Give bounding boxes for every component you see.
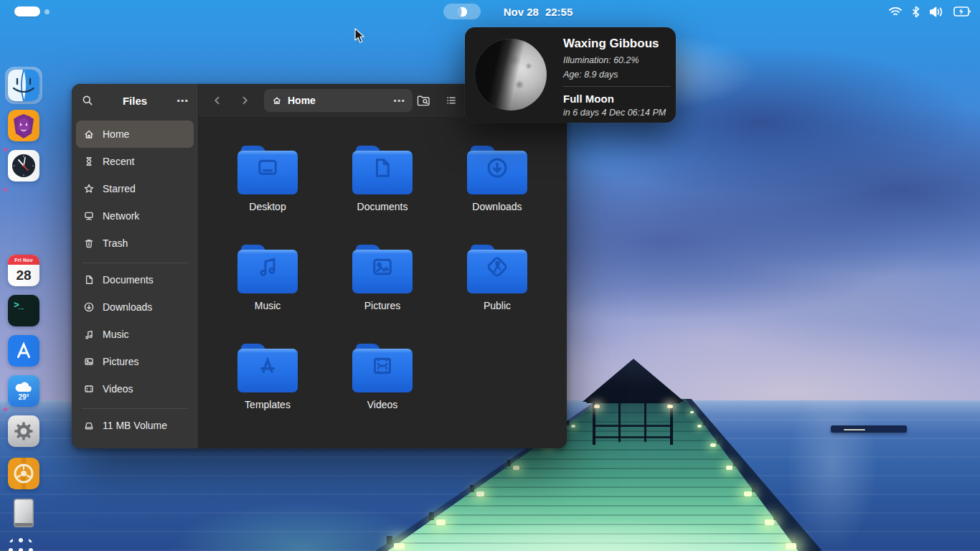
volume-label: 11 MB Volume [103,420,167,431]
folder-item-documents[interactable]: Documents [329,146,436,212]
network-icon [83,210,95,222]
desktop: Nov 28 22:55 [0,0,980,551]
calendar-day-number: 28 [8,265,39,286]
sidebar-item-videos[interactable]: Videos [76,375,194,402]
film-emblem [369,353,395,379]
pier-bollard [752,485,756,492]
dock-item-brave[interactable] [8,110,39,141]
folder-item-public[interactable]: Public [443,245,551,311]
chevron-left-icon [212,95,223,106]
mouse-cursor [354,28,365,47]
sidebar-item-home[interactable]: Home [76,121,194,148]
dock-item-app-store[interactable] [8,335,39,367]
sidebar-item-network[interactable]: Network [76,202,194,230]
app-grid-button[interactable] [9,538,33,551]
pier-bollard [567,420,570,425]
pier-light [476,491,484,496]
pier-light [786,543,796,550]
clock[interactable]: Nov 28 22:55 [473,0,603,23]
pier-light [726,466,732,470]
gear-icon [13,420,34,442]
pathbar-menu-button[interactable]: ⋯ [393,94,405,108]
files-sidebar: Files ⋯ Home Recent [72,84,199,448]
sidebar-item-label: Recent [103,156,134,167]
sidebar-divider [82,408,188,409]
files-content: Home ⋯ [199,84,567,448]
folder-label: Videos [329,399,436,410]
workspace-indicator-active[interactable] [14,6,40,17]
picture-icon [83,356,95,367]
pier-light [571,425,575,428]
folder-item-desktop[interactable]: Desktop [214,146,321,212]
new-tab-search-folder-button[interactable] [413,90,433,110]
folder-item-pictures[interactable]: Pictures [329,245,436,311]
hut-eave [586,400,681,403]
pier-bollard [470,485,474,492]
folder-item-templates[interactable]: Templates [214,344,321,410]
app-store-icon [8,335,39,367]
dock-item-terminal[interactable]: >_ [8,295,39,326]
workspace-indicator-dot[interactable] [44,9,50,14]
path-bar[interactable]: Home ⋯ [264,89,413,112]
battery-charging-icon [953,6,971,17]
sidebar-item-downloads[interactable]: Downloads [76,293,194,321]
sidebar-item-music[interactable]: Music [76,321,194,348]
star-icon [83,183,95,194]
list-view-icon [446,95,457,106]
sidebar-item-pictures[interactable]: Pictures [76,348,194,375]
files-window: Files ⋯ Home Recent [72,84,567,448]
back-button[interactable] [207,90,227,110]
system-status-area[interactable] [888,0,971,23]
sidebar-item-volume[interactable]: 11 MB Volume [76,412,194,439]
hut-post [670,403,673,445]
sidebar-item-label: Starred [103,183,136,194]
pier-bollard [387,536,392,545]
moon-popup-text: Waxing Gibbous Illumination: 60.2% Age: … [563,37,671,118]
sidebar-item-trash[interactable]: Trash [76,230,194,257]
hut-rail [593,425,673,427]
sidebar-item-recent[interactable]: Recent [76,148,194,175]
dock-item-files[interactable] [8,70,39,101]
dock: Fri Nov 28 >_ 29° [0,65,46,96]
list-view-button[interactable] [441,90,461,110]
pier-light [436,519,446,525]
sidebar-item-label: Home [103,128,129,140]
pier-light [394,543,405,550]
sidebar-divider [82,263,188,263]
pier-light [697,425,702,428]
dock-item-weather[interactable]: 29° [8,375,39,407]
folder-item-music[interactable]: Music [214,245,321,311]
folder-item-downloads[interactable]: Downloads [443,146,551,212]
dock-item-calendar[interactable]: Fri Nov 28 [8,255,39,286]
forward-button[interactable] [235,90,255,110]
sidebar-item-label: Network [103,210,139,222]
sidebar-menu-button[interactable]: ⋯ [172,90,192,110]
dock-item-clock[interactable] [8,150,39,182]
sidebar-item-label: Videos [103,383,133,395]
arrow-down-circle-emblem [484,155,510,181]
home-icon [272,95,282,105]
folder-label: Desktop [214,201,321,212]
pier-bollard [773,512,778,520]
external-drive-icon [8,497,39,529]
hut-rail [593,436,673,438]
dock-item-settings[interactable] [8,415,39,447]
dock-item-external-drive[interactable] [8,497,39,529]
image-emblem [369,254,395,280]
folder-icon [237,344,298,392]
pier-bollard [717,438,720,444]
folder-label: Pictures [329,300,436,311]
sidebar-headerbar: Files ⋯ [72,84,198,117]
recent-hourglass-icon [83,156,95,167]
current-location: Home [288,95,387,106]
folder-item-videos[interactable]: Videos [329,344,436,410]
dock-item-tweaks[interactable] [8,458,39,489]
hut-post [593,403,595,445]
folder-icon [467,146,527,194]
sidebar-item-documents[interactable]: Documents [76,266,194,293]
page-emblem [369,155,395,181]
moon-phase-title: Waxing Gibbous [563,37,671,51]
sidebar-item-starred[interactable]: Starred [76,175,194,202]
arrow-cursor-icon [354,28,365,44]
ellipsis-icon: ⋯ [176,94,188,108]
